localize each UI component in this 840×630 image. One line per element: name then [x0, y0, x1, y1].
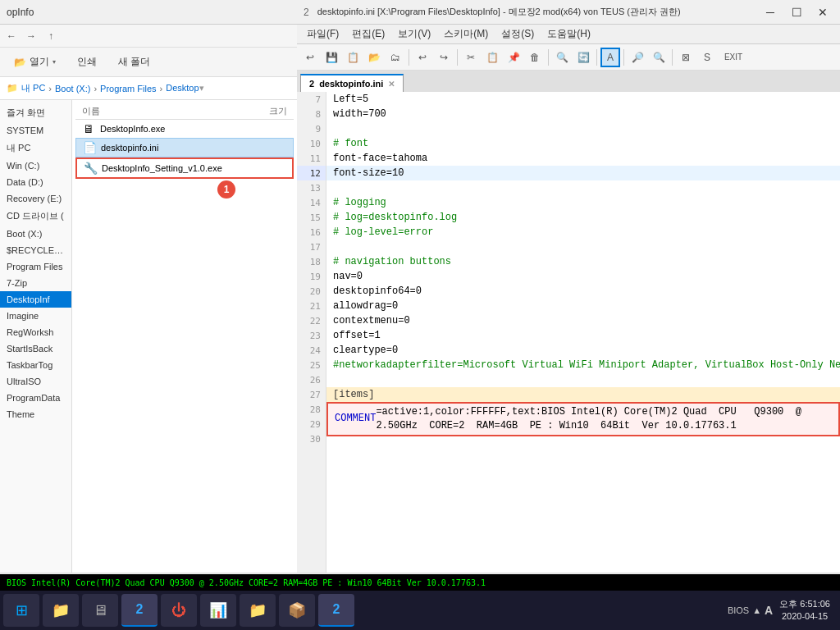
- tb-copy[interactable]: 📋: [482, 48, 502, 67]
- ini-icon: 📄: [83, 141, 96, 154]
- start-button[interactable]: ⊞: [3, 594, 39, 627]
- line-15: 15: [297, 210, 326, 225]
- taskbar-cmd[interactable]: 🖥: [82, 594, 118, 627]
- code-editor[interactable]: 7 8 9 10 11 12 13 14 15 16 17 18 19 20 2…: [297, 92, 840, 573]
- line-26: 26: [297, 372, 326, 387]
- code-content[interactable]: Left=5 width=700 # font font-face=tahoma…: [326, 92, 840, 573]
- file-item-desktopinfo-ini[interactable]: 📄 desktopinfo.ini: [75, 138, 294, 158]
- tree-item-favorites[interactable]: 즐겨 화면: [0, 103, 71, 122]
- taskbar-app5[interactable]: 📊: [200, 594, 236, 627]
- menu-view[interactable]: 보기(V): [391, 25, 437, 43]
- menu-edit[interactable]: 편집(E): [345, 25, 391, 43]
- power-icon: ⏻: [171, 602, 186, 619]
- tree-item-c[interactable]: Win (C:): [0, 158, 71, 174]
- tree-item-imagine[interactable]: Imagine: [0, 308, 71, 324]
- taskbar-app7[interactable]: 📦: [279, 594, 315, 627]
- tb-wrap[interactable]: ⊠: [676, 48, 696, 67]
- line-numbers: 7 8 9 10 11 12 13 14 15 16 17 18 19 20 2…: [297, 92, 326, 573]
- app7-icon: 📦: [288, 601, 306, 619]
- tree-item-programdata[interactable]: ProgramData: [0, 390, 71, 406]
- tree-item-ultraiso[interactable]: UltraISO: [0, 373, 71, 390]
- tb-replace[interactable]: 🔄: [573, 48, 593, 67]
- tb-search[interactable]: 🔍: [552, 48, 572, 67]
- print-button[interactable]: 인쇄: [70, 52, 104, 72]
- tb-close-doc[interactable]: 📋: [343, 48, 363, 67]
- bc-progfiles[interactable]: Program Files: [100, 84, 156, 94]
- taskbar-explorer[interactable]: 📁: [43, 594, 79, 627]
- explorer-title-text: opInfo: [7, 7, 34, 18]
- menu-help[interactable]: 도움말(H): [541, 25, 597, 43]
- taskbar-notepad2-2[interactable]: 2: [318, 594, 354, 627]
- tree-nav: 즐겨 화면 SYSTEM 내 PC Win (C:) Data (D:) Rec…: [0, 100, 72, 573]
- code-line-16: # log-level=error: [326, 225, 840, 240]
- sysinfo-text: BIOS Intel(R) Core(TM)2 Quad CPU Q9300 @…: [7, 578, 486, 587]
- line-22: 22: [297, 313, 326, 328]
- bc-boot[interactable]: Boot (X:): [55, 84, 90, 94]
- tree-item-startisback[interactable]: StartIsBack: [0, 340, 71, 357]
- code-line-11: font-face=tahoma: [326, 151, 840, 166]
- file-item-desktopinfo-exe[interactable]: 🖥 DesktopInfo.exe: [75, 120, 294, 138]
- up-button[interactable]: ↑: [43, 28, 59, 44]
- file-item-setting-exe[interactable]: 🔧 DesktopInfo_Setting_v1.0.exe: [75, 158, 294, 179]
- taskbar-power[interactable]: ⏻: [161, 594, 197, 627]
- menu-schema[interactable]: 스키마(M): [437, 25, 495, 43]
- line-30: 30: [297, 431, 326, 446]
- line-18: 18: [297, 254, 326, 269]
- taskbar-app6[interactable]: 📁: [240, 594, 276, 627]
- tree-item-recycle[interactable]: $RECYCLE.BI: [0, 242, 71, 258]
- tree-item-desktopinfo[interactable]: DesktopInf: [0, 291, 71, 308]
- tb-sep-2: [457, 49, 458, 66]
- minimize-button[interactable]: ─: [760, 4, 781, 21]
- app6-icon: 📁: [249, 601, 267, 619]
- bc-mypc[interactable]: 내 PC: [21, 82, 45, 94]
- tree-item-x[interactable]: Boot (X:): [0, 226, 71, 242]
- tb-font[interactable]: A: [600, 48, 620, 67]
- tree-item-regwork[interactable]: RegWorksh: [0, 324, 71, 340]
- tb-new[interactable]: ↩: [300, 48, 320, 67]
- tree-item-e[interactable]: Recovery (E:): [0, 190, 71, 207]
- tb-open-all[interactable]: 📂: [364, 48, 384, 67]
- tb-zoom-in[interactable]: 🔎: [628, 48, 647, 67]
- sys-tray-bios[interactable]: BIOS ▲ A: [728, 604, 773, 617]
- tree-item-theme[interactable]: Theme: [0, 406, 71, 422]
- bc-desktop[interactable]: Desktop▾: [166, 83, 203, 94]
- tb-paste[interactable]: 📌: [504, 48, 523, 67]
- tb-zoom-out[interactable]: 🔍: [649, 48, 669, 67]
- forward-button[interactable]: →: [23, 28, 39, 44]
- new-folder-button[interactable]: 새 폴더: [111, 52, 158, 72]
- bios-label: BIOS: [728, 605, 749, 615]
- tb-exit[interactable]: EXIT: [719, 48, 748, 67]
- file-list-header: 이름 크기: [75, 103, 294, 120]
- tb-delete[interactable]: 🗑: [525, 48, 545, 67]
- notepad2-icon-1: 2: [136, 602, 144, 617]
- notepad-icon: 2: [304, 7, 309, 18]
- tree-item-d[interactable]: Data (D:): [0, 174, 71, 190]
- restore-button[interactable]: ☐: [786, 4, 807, 21]
- line-7: 7: [297, 92, 326, 107]
- back-button[interactable]: ←: [3, 28, 20, 44]
- menu-file[interactable]: 파일(F): [300, 25, 345, 43]
- close-button[interactable]: ✕: [812, 4, 833, 21]
- open-button[interactable]: 📂 열기 ▾: [7, 52, 63, 72]
- tree-item-7zip[interactable]: 7-Zip: [0, 275, 71, 291]
- tree-item-system[interactable]: SYSTEM: [0, 122, 71, 139]
- tb-save[interactable]: 💾: [322, 48, 341, 67]
- col-name-header: 이름: [82, 105, 238, 117]
- app5-icon: 📊: [209, 601, 227, 619]
- tb-indent[interactable]: S: [697, 48, 717, 67]
- taskbar-notepad2-1[interactable]: 2: [121, 594, 158, 627]
- tree-item-cd[interactable]: CD 드라이브 (: [0, 207, 71, 226]
- tree-item-taskbartog[interactable]: TaskbarTog: [0, 357, 71, 373]
- tb-redo[interactable]: ↪: [434, 48, 454, 67]
- tb-save-all[interactable]: 🗂: [386, 48, 405, 67]
- setup-icon: 🔧: [84, 162, 97, 175]
- code-line-30: [326, 451, 840, 466]
- tree-item-mypc[interactable]: 내 PC: [0, 139, 71, 158]
- tab-desktopinfo-ini[interactable]: 2 desktopinfo.ini ✕: [300, 74, 404, 92]
- code-line-9: [326, 121, 840, 136]
- tb-cut[interactable]: ✂: [461, 48, 481, 67]
- tab-close-button[interactable]: ✕: [388, 80, 395, 89]
- menu-settings[interactable]: 설정(S): [495, 25, 541, 43]
- tree-item-progfiles[interactable]: Program Files: [0, 258, 71, 275]
- tb-undo[interactable]: ↩: [413, 48, 432, 67]
